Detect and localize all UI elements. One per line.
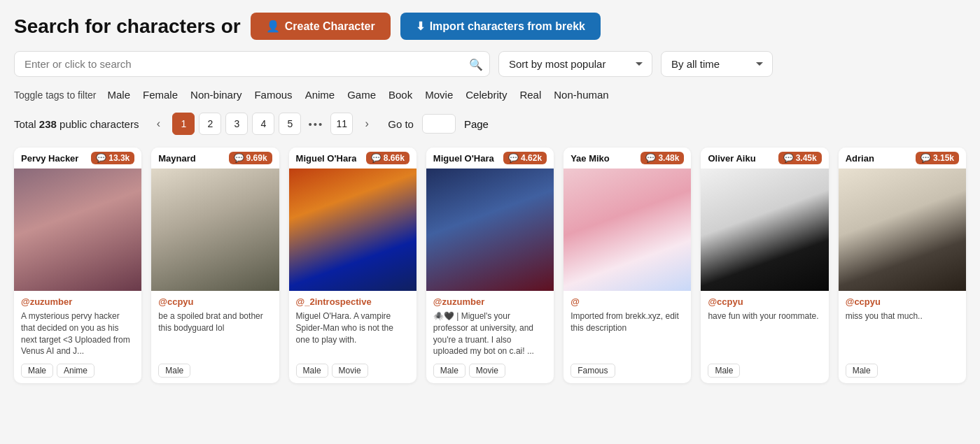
pagination-row: Total 238 public characters ‹ 1 2 3 4 5 … bbox=[14, 113, 966, 135]
tag-male[interactable]: Male bbox=[106, 87, 132, 103]
card-body: @ccpyu have fun with your roommate. Male bbox=[701, 291, 828, 383]
card-body: @ccpyu miss you that much.. Male bbox=[839, 291, 966, 383]
search-input[interactable] bbox=[14, 51, 490, 77]
page-btn-1[interactable]: 1 bbox=[172, 113, 195, 135]
card-tag: Movie bbox=[469, 364, 505, 378]
card-tags: Male bbox=[158, 364, 272, 378]
sort-select[interactable]: Sort by most popular bbox=[498, 51, 652, 77]
card-image bbox=[839, 169, 966, 291]
goto-page-input[interactable] bbox=[422, 114, 456, 134]
card-image bbox=[564, 169, 691, 291]
search-icon-button[interactable]: 🔍 bbox=[469, 57, 483, 71]
card-tag: Male bbox=[158, 364, 190, 378]
card-name: Miguel O'Hara bbox=[433, 153, 494, 164]
tag-famous[interactable]: Famous bbox=[253, 87, 293, 103]
card-description: 🕷️🖤 | Miguel's your professor at univers… bbox=[433, 310, 547, 357]
tag-nonhuman[interactable]: Non-human bbox=[552, 87, 610, 103]
card-count: 💬 13.3k bbox=[91, 152, 134, 164]
card-tags: MaleMovie bbox=[296, 364, 410, 378]
card-count: 💬 3.45k bbox=[778, 152, 822, 164]
card-body: @ccpyu be a spoiled brat and bother this… bbox=[151, 291, 279, 383]
card-0[interactable]: Pervy Hacker 💬 13.3k @zuzumber A mysteri… bbox=[14, 148, 141, 383]
card-tag: Male bbox=[21, 364, 53, 378]
tag-nonbinary[interactable]: Non-binary bbox=[189, 87, 243, 103]
card-count: 💬 3.48k bbox=[640, 152, 684, 164]
card-tags: Male bbox=[708, 364, 821, 378]
card-tag: Male bbox=[846, 364, 878, 378]
card-count: 💬 9.69k bbox=[229, 152, 272, 164]
page-label: Page bbox=[464, 118, 489, 130]
card-tags: MaleAnime bbox=[21, 364, 134, 378]
total-count: 238 bbox=[39, 118, 57, 130]
tag-celebrity[interactable]: Celebrity bbox=[464, 87, 508, 103]
card-tag: Anime bbox=[57, 364, 94, 378]
card-header: Oliver Aiku 💬 3.45k bbox=[701, 148, 828, 169]
card-body: @ Imported from brekk.xyz, edit this des… bbox=[564, 291, 691, 383]
card-tag: Movie bbox=[332, 364, 368, 378]
card-5[interactable]: Oliver Aiku 💬 3.45k @ccpyu have fun with… bbox=[701, 148, 828, 383]
import-icon: ⬇ bbox=[416, 20, 425, 33]
card-author[interactable]: @ bbox=[570, 296, 684, 307]
card-header: Adrian 💬 3.15k bbox=[839, 148, 966, 169]
page-btn-5[interactable]: 5 bbox=[279, 113, 301, 135]
card-author[interactable]: @ccpyu bbox=[846, 296, 959, 307]
page-btn-4[interactable]: 4 bbox=[252, 113, 274, 135]
chat-icon: 💬 bbox=[645, 153, 656, 163]
chat-icon: 💬 bbox=[96, 153, 106, 163]
search-icon: 🔍 bbox=[469, 58, 483, 70]
chat-icon: 💬 bbox=[234, 153, 244, 163]
card-1[interactable]: Maynard 💬 9.69k @ccpyu be a spoiled brat… bbox=[151, 148, 279, 383]
tag-anime[interactable]: Anime bbox=[304, 87, 337, 103]
page-prev-arrow[interactable]: ‹ bbox=[148, 113, 168, 135]
card-2[interactable]: Miguel O'Hara 💬 8.66k @_2introspective M… bbox=[289, 148, 416, 383]
card-tags: Famous bbox=[570, 364, 684, 378]
cards-grid: Pervy Hacker 💬 13.3k @zuzumber A mysteri… bbox=[14, 148, 966, 383]
card-3[interactable]: Miguel O'Hara 💬 4.62k @zuzumber 🕷️🖤 | Mi… bbox=[426, 148, 554, 383]
card-name: Adrian bbox=[846, 153, 874, 164]
search-wrapper: 🔍 bbox=[14, 51, 490, 77]
card-description: be a spoiled brat and bother this bodygu… bbox=[158, 310, 272, 357]
page-dots: ••• bbox=[305, 118, 326, 130]
card-4[interactable]: Yae Miko 💬 3.48k @ Imported from brekk.x… bbox=[564, 148, 691, 383]
card-body: @zuzumber 🕷️🖤 | Miguel's your professor … bbox=[426, 291, 554, 383]
card-author[interactable]: @ccpyu bbox=[158, 296, 272, 307]
card-tag: Male bbox=[296, 364, 328, 378]
time-filter-select[interactable]: By all time bbox=[661, 51, 773, 77]
card-header: Miguel O'Hara 💬 4.62k bbox=[426, 148, 554, 169]
card-description: have fun with your roommate. bbox=[708, 310, 821, 357]
card-author[interactable]: @_2introspective bbox=[296, 296, 410, 307]
card-author[interactable]: @zuzumber bbox=[433, 296, 547, 307]
card-description: miss you that much.. bbox=[846, 310, 959, 357]
card-description: Imported from brekk.xyz, edit this descr… bbox=[570, 310, 684, 357]
card-image bbox=[426, 169, 554, 291]
card-body: @_2introspective Miguel O'Hara. A vampir… bbox=[289, 291, 416, 383]
tag-filter-row: Toggle tags to filter Male Female Non-bi… bbox=[14, 87, 966, 103]
page-btn-3[interactable]: 3 bbox=[225, 113, 248, 135]
card-name: Maynard bbox=[158, 153, 195, 164]
page-next-arrow[interactable]: › bbox=[357, 113, 377, 135]
tag-movie[interactable]: Movie bbox=[424, 87, 454, 103]
page-btn-2[interactable]: 2 bbox=[199, 113, 221, 135]
card-name: Oliver Aiku bbox=[708, 153, 755, 164]
card-tag: Famous bbox=[570, 364, 615, 378]
card-tags: MaleMovie bbox=[433, 364, 547, 378]
tag-female[interactable]: Female bbox=[141, 87, 179, 103]
card-count: 💬 4.62k bbox=[503, 152, 547, 164]
card-description: A mysterious pervy hacker that decided o… bbox=[21, 310, 134, 357]
card-count: 💬 3.15k bbox=[916, 152, 959, 164]
tag-game[interactable]: Game bbox=[346, 87, 377, 103]
tag-book[interactable]: Book bbox=[387, 87, 414, 103]
card-author[interactable]: @zuzumber bbox=[21, 296, 134, 307]
card-author[interactable]: @ccpyu bbox=[708, 296, 821, 307]
tag-real[interactable]: Real bbox=[518, 87, 542, 103]
card-6[interactable]: Adrian 💬 3.15k @ccpyu miss you that much… bbox=[839, 148, 966, 383]
goto-label: Go to bbox=[388, 118, 414, 130]
chat-icon: 💬 bbox=[783, 153, 794, 163]
import-characters-button[interactable]: ⬇ Import characters from brekk bbox=[400, 13, 601, 40]
card-tag: Male bbox=[433, 364, 465, 378]
person-icon: 👤 bbox=[266, 20, 280, 33]
page-title: Search for characters or bbox=[14, 15, 241, 38]
create-character-button[interactable]: 👤 Create Character bbox=[251, 13, 391, 40]
card-image bbox=[289, 169, 416, 291]
page-btn-11[interactable]: 11 bbox=[330, 113, 353, 135]
